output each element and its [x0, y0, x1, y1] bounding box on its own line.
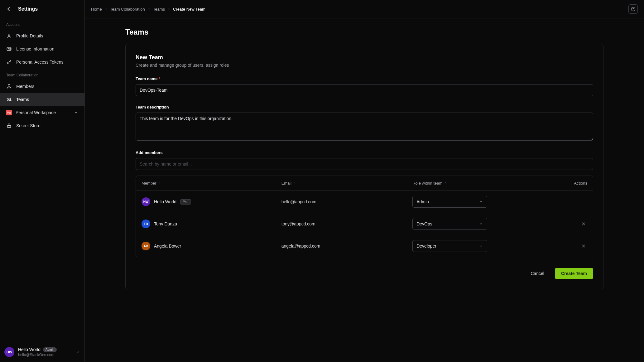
- close-icon: [581, 244, 586, 249]
- id-card-icon: [6, 46, 12, 52]
- member-email: hello@appcd.com: [281, 199, 413, 204]
- sidebar-item-label: License Information: [16, 46, 54, 51]
- sidebar-item-label: Members: [16, 84, 34, 89]
- crumb-home[interactable]: Home: [91, 7, 102, 12]
- user-icon: [6, 33, 12, 39]
- lock-icon: [6, 123, 12, 128]
- section-teamcollab-label: Team Collaboration: [0, 69, 84, 80]
- section-account-label: Account: [0, 18, 84, 29]
- role-cell: DevOps: [412, 218, 535, 230]
- th-member[interactable]: Member: [142, 181, 281, 186]
- field-add-members: Add members: [136, 150, 593, 170]
- user-role-badge: Admin: [43, 347, 57, 352]
- member-name: Angela Bower: [154, 244, 181, 249]
- crumb-team-collab[interactable]: Team Collaboration: [110, 7, 145, 12]
- sidebar-item-profile[interactable]: Profile Details: [0, 29, 84, 42]
- th-role[interactable]: Role within team: [412, 181, 535, 186]
- sidebar-item-label: Teams: [16, 97, 29, 102]
- member-cell: HW Hello World You: [142, 197, 281, 206]
- role-cell: Admin: [412, 196, 535, 208]
- page-title: Teams: [125, 28, 603, 36]
- team-desc-input[interactable]: This team is for the DevOps in this orga…: [136, 113, 593, 141]
- user-panel[interactable]: HW Hello World Admin hello@StackGen.com: [0, 342, 84, 362]
- svg-point-0: [8, 34, 10, 36]
- help-button[interactable]: [628, 4, 638, 14]
- chevron-down-icon: [479, 222, 483, 226]
- member-cell: AB Angela Bower: [142, 242, 281, 250]
- remove-member-button[interactable]: [580, 220, 587, 228]
- role-value: DevOps: [416, 221, 432, 226]
- th-actions: Actions: [535, 181, 587, 186]
- member-avatar: AB: [142, 242, 150, 250]
- topbar: Home Team Collaboration Teams Create New…: [85, 0, 644, 18]
- members-table: Member Email Role within team Actions: [136, 176, 593, 257]
- create-team-card: New Team Create and manage group of user…: [125, 44, 603, 289]
- close-icon: [581, 221, 586, 226]
- team-desc-label: Team description: [136, 105, 593, 109]
- svg-point-4: [8, 84, 10, 86]
- workspace-selector[interactable]: PW Personal Workspace: [0, 106, 84, 119]
- svg-rect-1: [7, 47, 11, 51]
- form-footer: Cancel Create Team: [136, 268, 593, 279]
- sidebar-item-teams[interactable]: Teams: [0, 93, 84, 106]
- chevron-down-icon[interactable]: [76, 350, 80, 354]
- sidebar-item-pat[interactable]: Personal Access Tokens: [0, 56, 84, 69]
- table-header: Member Email Role within team Actions: [136, 176, 593, 191]
- team-name-input[interactable]: [136, 84, 593, 96]
- member-avatar: TD: [142, 220, 150, 228]
- role-value: Developer: [416, 244, 436, 249]
- role-select[interactable]: Developer: [412, 240, 487, 252]
- help-icon: [631, 7, 636, 12]
- th-email[interactable]: Email: [281, 181, 413, 186]
- member-name: Hello World: [154, 199, 176, 204]
- svg-point-3: [7, 62, 9, 64]
- member-search-input[interactable]: [136, 158, 593, 170]
- svg-rect-7: [7, 125, 11, 128]
- sidebar-item-label: Profile Details: [16, 33, 43, 38]
- sidebar-item-label: Secret Store: [16, 123, 41, 128]
- sidebar-item-secret[interactable]: Secret Store: [0, 119, 84, 132]
- actions-cell: [535, 220, 587, 228]
- table-row: HW Hello World You hello@appcd.com Admin: [136, 191, 593, 213]
- sort-icon: [158, 182, 161, 185]
- workspace-avatar: PW: [6, 110, 12, 115]
- sidebar-item-license[interactable]: License Information: [0, 42, 84, 56]
- cancel-button[interactable]: Cancel: [524, 268, 550, 279]
- role-cell: Developer: [412, 240, 535, 252]
- create-team-button[interactable]: Create Team: [555, 268, 593, 279]
- table-row: AB Angela Bower angela@appcd.com Develop…: [136, 235, 593, 257]
- member-cell: TD Tony Danza: [142, 220, 281, 228]
- add-members-label: Add members: [136, 150, 593, 155]
- user-avatar: HW: [4, 347, 14, 357]
- user-info: Hello World Admin hello@StackGen.com: [18, 347, 72, 357]
- member-name: Tony Danza: [154, 221, 177, 226]
- role-value: Admin: [416, 199, 429, 204]
- role-select[interactable]: Admin: [412, 196, 487, 208]
- chevron-down-icon: [479, 200, 483, 204]
- user-name: Hello World: [18, 347, 41, 352]
- actions-cell: [535, 242, 587, 250]
- svg-point-6: [10, 99, 11, 100]
- user-icon: [6, 84, 12, 89]
- settings-title: Settings: [18, 6, 38, 12]
- field-team-name: Team name *: [136, 76, 593, 96]
- you-badge: You: [180, 199, 191, 205]
- role-select[interactable]: DevOps: [412, 218, 487, 230]
- member-avatar: HW: [142, 197, 150, 206]
- svg-point-2: [8, 48, 9, 49]
- crumb-teams[interactable]: Teams: [153, 7, 165, 12]
- users-icon: [6, 97, 12, 102]
- chevron-right-icon: [147, 7, 151, 11]
- workspace-name: Personal Workspace: [16, 110, 70, 115]
- sort-icon: [444, 182, 447, 185]
- sidebar: Settings Account Profile Details License…: [0, 0, 85, 362]
- back-arrow-icon[interactable]: [6, 6, 13, 12]
- sidebar-item-members[interactable]: Members: [0, 80, 84, 93]
- content: Teams New Team Create and manage group o…: [85, 18, 644, 299]
- sort-icon: [293, 182, 296, 185]
- crumb-current: Create New Team: [173, 7, 205, 12]
- breadcrumb: Home Team Collaboration Teams Create New…: [91, 7, 205, 12]
- remove-member-button[interactable]: [580, 242, 587, 250]
- member-email: tony@appcd.com: [281, 221, 413, 226]
- chevron-down-icon: [479, 244, 483, 248]
